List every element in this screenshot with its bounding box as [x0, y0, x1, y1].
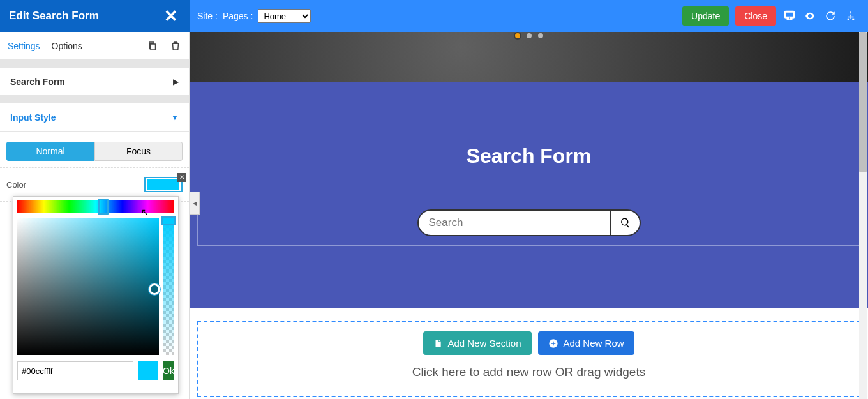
chevron-down-icon: ▼: [171, 113, 179, 122]
eye-preview-icon[interactable]: [803, 9, 817, 23]
page-select[interactable]: Home: [258, 9, 311, 23]
seg-normal-button[interactable]: Normal: [6, 142, 94, 161]
copy-icon[interactable]: [147, 40, 158, 52]
slider-dots: [515, 33, 543, 38]
trash-icon[interactable]: [170, 40, 181, 52]
slide-dot[interactable]: [527, 33, 532, 38]
module-title: Search Form: [467, 144, 592, 168]
search-icon: [620, 217, 631, 229]
topbar-crumbs: Site : Pages : Home: [190, 9, 311, 23]
slide-dot[interactable]: [538, 33, 543, 38]
search-submit-button[interactable]: [610, 211, 640, 235]
search-form-module[interactable]: Search Form: [190, 82, 868, 308]
search-wrapper: [197, 200, 860, 246]
site-label: Site :: [197, 11, 218, 21]
sitemap-icon[interactable]: [844, 9, 858, 23]
hue-slider[interactable]: ↖: [17, 200, 174, 213]
swatch-fill: [147, 179, 179, 190]
saturation-handle[interactable]: [149, 283, 160, 295]
color-picker: ↖ Ok: [13, 196, 179, 394]
pages-label: Pages :: [223, 11, 253, 21]
hue-handle[interactable]: [98, 199, 109, 215]
close-button[interactable]: Close: [735, 6, 776, 26]
saturation-box[interactable]: [17, 218, 159, 355]
slide-dot[interactable]: [515, 33, 520, 38]
state-segment: Normal Focus: [6, 142, 183, 161]
alpha-slider[interactable]: [163, 218, 174, 355]
ok-button[interactable]: Ok: [163, 361, 174, 380]
hex-input[interactable]: [17, 361, 133, 380]
color-swatch[interactable]: ✕: [144, 177, 183, 192]
hero-banner: [190, 32, 868, 82]
section-search-form[interactable]: Search Form ▶: [0, 68, 189, 96]
update-button[interactable]: Update: [682, 6, 729, 26]
file-icon: [433, 338, 442, 349]
desktop-preview-icon[interactable]: [782, 9, 797, 23]
add-row-button[interactable]: Add New Row: [538, 331, 634, 355]
dropzone[interactable]: Add New Section Add New Row Click here t…: [197, 321, 860, 397]
add-section-button[interactable]: Add New Section: [423, 331, 531, 355]
search-input[interactable]: [419, 211, 610, 235]
scroll-thumb[interactable]: [859, 32, 867, 172]
chevron-right-icon: ▶: [173, 77, 179, 86]
page-canvas: Search Form Add New Section Add New Row …: [190, 32, 868, 399]
clear-color-icon[interactable]: ✕: [177, 173, 186, 182]
tab-options[interactable]: Options: [52, 41, 82, 51]
panel-title: Edit Search Form: [9, 10, 99, 22]
cursor-pointer-icon: ↖: [141, 207, 149, 217]
alpha-handle[interactable]: [161, 216, 176, 225]
plus-circle-icon: [548, 338, 558, 349]
tab-settings[interactable]: Settings: [8, 41, 40, 51]
collapse-panel-handle[interactable]: ◂: [190, 192, 200, 215]
settings-panel: Settings Options Search Form ▶ Input Sty…: [0, 32, 190, 399]
seg-focus-button[interactable]: Focus: [94, 142, 183, 161]
color-preview: [138, 361, 158, 380]
color-label: Color: [6, 180, 26, 190]
panel-header: Edit Search Form ✕: [0, 0, 190, 32]
section-input-style[interactable]: Input Style ▼: [0, 103, 189, 132]
dropzone-hint: Click here to add new row OR drag widget…: [198, 365, 859, 379]
vertical-scrollbar[interactable]: [859, 32, 867, 399]
close-panel-icon[interactable]: ✕: [164, 6, 178, 26]
history-icon[interactable]: [823, 9, 837, 23]
